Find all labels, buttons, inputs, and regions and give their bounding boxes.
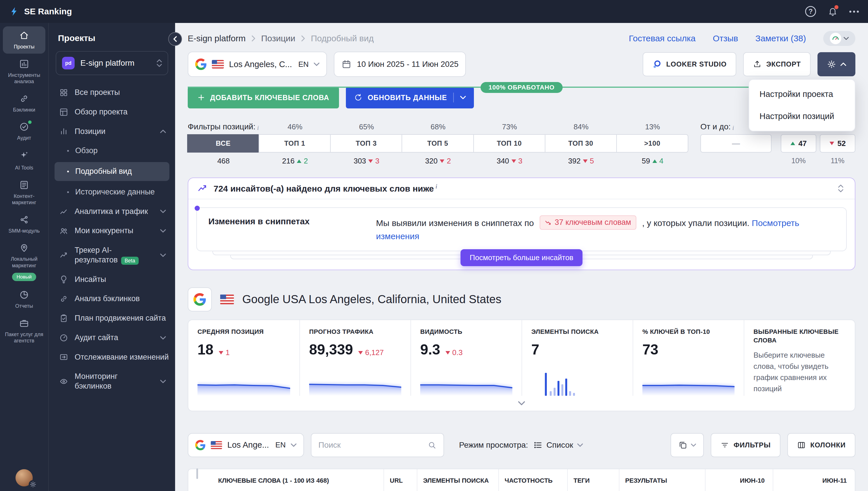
sidebar-item-site-audit[interactable]: Аудит сайта <box>49 328 175 347</box>
select-all-checkbox[interactable] <box>196 468 198 479</box>
sidebar-item-backlink-analysis[interactable]: Анализ бэклинков <box>49 289 175 308</box>
tab-percent-top5: 68% <box>402 122 473 134</box>
tab-top1[interactable]: ТОП 1 <box>259 134 331 152</box>
sidebar-collapse-button[interactable] <box>168 32 182 46</box>
sidebar-item-positions[interactable]: Позиции <box>49 122 175 141</box>
guest-link[interactable]: Гостевая ссылка <box>629 34 696 43</box>
sidebar-item-insights[interactable]: Инсайты <box>49 270 175 289</box>
table-engine-select[interactable]: Los Ange... EN <box>188 433 304 457</box>
insights-expander[interactable] <box>836 183 846 194</box>
arrow-down-icon <box>583 160 588 163</box>
notes-link[interactable]: Заметки (38) <box>756 34 806 43</box>
search-engine-select[interactable]: Los Angeles, C... EN <box>188 52 327 77</box>
google-icon <box>195 440 206 450</box>
breadcrumb-positions[interactable]: Позиции <box>261 34 295 43</box>
search-input[interactable] <box>318 440 423 450</box>
document-icon <box>19 180 29 190</box>
rail-item-agency-pack[interactable]: Пакет услуг для агентств <box>3 314 45 348</box>
info-icon: i <box>257 125 259 132</box>
trend-icon <box>59 251 69 260</box>
add-keywords-button[interactable]: ДОБАВИТЬ КЛЮЧЕВЫЕ СЛОВА <box>188 87 339 108</box>
date-range-picker[interactable]: 10 Июн 2025 - 11 Июн 2025 <box>334 52 466 77</box>
rail-item-ai-tools[interactable]: AI Tools <box>3 146 45 175</box>
sidebar-item-ai-tracker[interactable]: Трекер AI-результатовBeta <box>49 241 175 269</box>
tab-top30[interactable]: ТОП 30 <box>545 134 617 152</box>
rail-item-smm[interactable]: SMM-модуль <box>3 210 45 238</box>
brand-name: SE Ranking <box>24 7 72 16</box>
metric-average-position: СРЕДНЯЯ ПОЗИЦИЯ 181 <box>188 320 299 396</box>
chevron-down-icon <box>160 379 166 383</box>
user-avatar[interactable] <box>16 469 33 486</box>
grid-icon <box>59 88 69 97</box>
pie-chart-icon <box>19 290 29 300</box>
changes-up-button[interactable]: 47 <box>781 134 816 152</box>
insight-item-title: Изменения в сниппетах <box>208 215 376 243</box>
sidebar-item-all-projects[interactable]: Все проекты <box>49 83 175 102</box>
breadcrumb-detailed-view: Подробный вид <box>311 34 374 43</box>
home-icon <box>19 30 29 41</box>
date-range-value: 10 Июн 2025 - 11 Июн 2025 <box>357 60 458 69</box>
google-logo-box <box>188 287 212 312</box>
refresh-data-button[interactable]: ОБНОВИТЬ ДАННЫЕ <box>346 87 474 108</box>
keywords-chip[interactable]: 37 ключевым словам <box>540 215 636 230</box>
brand[interactable]: SE Ranking <box>9 6 72 17</box>
looker-studio-button[interactable]: LOOKER STUDIO <box>643 52 736 76</box>
rail-item-local-marketing[interactable]: Локальный маркетинг Новый <box>3 239 45 285</box>
rail-item-projects[interactable]: Проекты <box>3 26 45 54</box>
calendar-icon <box>341 59 352 69</box>
sidebar-item-backlink-monitoring[interactable]: Мониторинг бэклинков <box>49 367 175 396</box>
copy-view-button[interactable] <box>671 433 704 457</box>
sidebar-item-detailed-view[interactable]: Подробный вид <box>55 162 169 181</box>
sidebar-item-historical-data[interactable]: Исторические данные <box>49 183 175 202</box>
menu-item-position-settings[interactable]: Настройки позиций <box>749 105 855 127</box>
rail-item-content-marketing[interactable]: Контент-маркетинг <box>3 176 45 209</box>
export-button[interactable]: ЭКСПОРТ <box>743 52 811 76</box>
notifications-icon[interactable] <box>828 6 838 17</box>
sidebar-item-project-overview[interactable]: Обзор проекта <box>49 103 175 122</box>
breadcrumb: E-sign platform Позиции Подробный вид Го… <box>188 31 856 46</box>
more-insights-button[interactable]: Посмотреть больше инсайтов <box>460 249 582 266</box>
tab-all[interactable]: ВСЕ <box>187 134 259 152</box>
columns-button[interactable]: КОЛОНКИ <box>787 433 856 457</box>
more-menu-icon[interactable] <box>849 10 859 12</box>
filters-button[interactable]: ФИЛЬТРЫ <box>711 433 781 457</box>
rail-item-backlinks[interactable]: Бэклинки <box>3 89 45 117</box>
tab-over100[interactable]: >100 <box>616 134 688 152</box>
divider <box>453 93 454 103</box>
bullet-icon <box>67 191 69 193</box>
sidebar-item-analytics-traffic[interactable]: Аналитика и трафик <box>49 202 175 221</box>
rail-item-audit[interactable]: Аудит <box>3 118 45 145</box>
speed-widget-button[interactable] <box>823 31 856 46</box>
map-pin-icon <box>19 242 29 253</box>
column-tags: ТЕГИ <box>567 469 619 491</box>
sidebar-item-promotion-plan[interactable]: План продвижения сайта <box>49 309 175 328</box>
view-mode-select[interactable]: Список <box>533 440 583 450</box>
range-input[interactable]: — <box>700 134 771 152</box>
settings-dropdown-menu: Настройки проекта Настройки позиций <box>749 79 856 132</box>
sidebar-item-overview[interactable]: Обзор <box>49 141 175 160</box>
feedback-link[interactable]: Отзыв <box>713 34 738 43</box>
tab-top10[interactable]: ТОП 10 <box>473 134 545 152</box>
settings-gear-icon[interactable] <box>29 480 37 489</box>
tab-top5[interactable]: ТОП 5 <box>402 134 473 152</box>
changes-down-button[interactable]: 52 <box>820 134 856 152</box>
eye-icon <box>59 377 69 386</box>
help-icon[interactable]: ? <box>805 6 816 17</box>
keyword-search[interactable] <box>311 433 444 457</box>
google-icon <box>195 58 207 70</box>
columns-icon <box>797 441 806 450</box>
project-selector[interactable]: pd E-sign platform <box>56 51 168 75</box>
info-icon: i <box>733 125 734 132</box>
breadcrumb-project[interactable]: E-sign platform <box>188 34 246 43</box>
sidebar-item-competitors[interactable]: Мои конкуренты <box>49 222 175 240</box>
settings-button[interactable] <box>817 52 856 76</box>
chevron-right-icon <box>301 35 305 41</box>
arrow-up-icon <box>790 142 795 145</box>
tab-top3[interactable]: ТОП 3 <box>330 134 402 152</box>
sidebar-item-change-tracking[interactable]: Отслеживание изменений <box>49 348 175 367</box>
menu-item-project-settings[interactable]: Настройки проекта <box>749 83 855 105</box>
trend-sparkline <box>197 371 290 396</box>
metrics-expand-button[interactable] <box>188 396 855 411</box>
rail-item-reports[interactable]: Отчеты <box>3 286 45 313</box>
rail-item-analysis-tools[interactable]: Инструменты анализа <box>3 55 45 88</box>
